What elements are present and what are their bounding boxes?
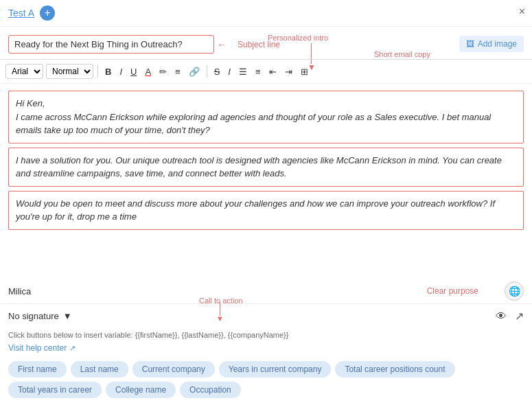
toolbar-divider-1 [97, 65, 98, 78]
email-block-1[interactable]: Hi Ken, I came across McCann Erickson wh… [8, 91, 524, 143]
top-bar: Test A + × [0, 0, 532, 27]
clear-purpose-annotation: Clear purpose [427, 286, 478, 296]
variables-hint: Click buttons below to insert variable: … [0, 328, 532, 342]
editor-area: Hi Ken, I came across McCann Erickson wh… [0, 84, 532, 276]
external-link-icon: ↗ [515, 310, 524, 322]
toolbar-divider-2 [207, 65, 207, 78]
external-link-button[interactable]: ↗ [515, 310, 524, 323]
subject-line-annotation: Subject line [238, 40, 280, 49]
eye-icon: 👁 [496, 310, 507, 322]
close-button[interactable]: × [519, 5, 525, 18]
annot-arrow-personalized: ▼ [308, 62, 316, 72]
italic2-button[interactable]: I [225, 65, 233, 78]
underline-button[interactable]: U [128, 65, 139, 78]
bottom-icons: 👁 ↗ [496, 310, 524, 323]
variable-tag[interactable]: College name [106, 382, 176, 398]
highlight-button[interactable]: ✏ [157, 65, 170, 78]
variable-tags-container: First nameLast nameCurrent companyYears … [0, 357, 532, 402]
signature-name: Milica [8, 286, 31, 297]
bullet-list-button[interactable]: ≡ [253, 65, 264, 78]
variable-tag[interactable]: Current company [132, 361, 215, 378]
bottom-bar: No signature ▼ 👁 ↗ [0, 303, 532, 328]
email-block-3[interactable]: Would you be open to meet and discuss mo… [8, 191, 524, 230]
signature-select-label: No signature [8, 311, 59, 321]
link-button[interactable]: 🔗 [186, 65, 203, 78]
outdent-button[interactable]: ⇤ [266, 65, 279, 78]
indent2-button[interactable]: ⇥ [282, 65, 295, 78]
visit-help-label: Visit help center [8, 343, 67, 353]
email-block-3-text: Would you be open to meet and discuss mo… [16, 198, 495, 222]
cta-arrow-line [220, 302, 220, 316]
variable-tag[interactable]: Last name [71, 361, 128, 378]
variable-tag[interactable]: Total career positions count [335, 361, 454, 378]
signature-select[interactable]: No signature ▼ [8, 311, 72, 321]
email-block-2[interactable]: I have a solution for you. Our unique ou… [8, 148, 524, 187]
toolbar: Arial Normal B I U A ✏ ≡ 🔗 S I ☰ ≡ ⇤ ⇥ ⊞ [0, 60, 532, 84]
visit-help-center[interactable]: Visit help center ↗ [0, 342, 532, 357]
variable-tag[interactable]: Occupation [180, 382, 241, 398]
italic-button[interactable]: I [117, 65, 125, 78]
variables-hint-text: Click buttons below to insert variable: … [8, 331, 288, 339]
variable-tag[interactable]: First name [8, 361, 67, 378]
add-tab-button[interactable]: + [40, 5, 55, 21]
subject-row: ← Subject line [0, 30, 532, 60]
arrow-right: ← [217, 39, 227, 50]
preview-button[interactable]: 👁 [496, 310, 507, 323]
email-block-2-text: I have a solution for you. Our unique ou… [16, 155, 502, 179]
cta-arrow: ▼ [216, 314, 224, 323]
strikethrough-button[interactable]: S [211, 65, 223, 78]
external-link-small-icon: ↗ [69, 344, 76, 353]
email-block-1-text: Hi Ken, I came across McCann Erickson wh… [16, 98, 491, 135]
globe-button[interactable]: 🌐 [505, 281, 524, 301]
indent-button[interactable]: ☰ [236, 65, 250, 78]
call-to-action-annotation: Call to action [199, 297, 243, 305]
font-size-select[interactable]: Normal [46, 64, 93, 79]
bold-button[interactable]: B [102, 65, 114, 78]
tab-label[interactable]: Test A [8, 8, 34, 19]
variable-tag[interactable]: Years in current company [219, 361, 332, 378]
font-family-select[interactable]: Arial [5, 64, 43, 79]
dropdown-arrow-icon: ▼ [63, 311, 72, 321]
variable-tag[interactable]: Total years in career [8, 382, 102, 398]
align-button[interactable]: ≡ [172, 65, 183, 78]
font-color-button[interactable]: A [142, 65, 154, 78]
subject-input[interactable] [8, 35, 214, 54]
signature-row: Milica Clear purpose 🌐 [0, 276, 532, 303]
